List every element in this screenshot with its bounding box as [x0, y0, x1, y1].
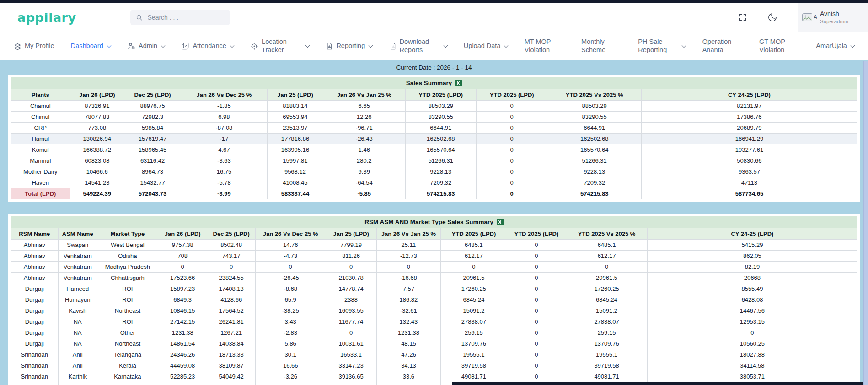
fullscreen-icon[interactable]	[738, 13, 747, 22]
table-cell: NA	[58, 316, 97, 327]
table-cell: 0	[376, 262, 441, 273]
nav-item-ph-sale-reporting[interactable]: PH Sale Reporting	[638, 38, 686, 54]
table-cell: 612.17	[441, 251, 507, 262]
table-cell: -17	[181, 134, 268, 144]
column-header: YTD 2025 Vs 2025 %	[547, 89, 641, 101]
table-cell: 862.05	[647, 251, 857, 262]
nav-item-my-profile[interactable]: My Profile	[14, 42, 54, 51]
column-header: CY 24-25 (LPD)	[641, 89, 857, 101]
search-box[interactable]	[130, 10, 230, 25]
table-cell: Durgaji	[11, 305, 59, 316]
vertical-scrollbar[interactable]	[863, 61, 868, 385]
table-cell: 0	[207, 262, 256, 273]
horizontal-scrollbar-thumb[interactable]	[452, 382, 863, 385]
column-header: Jan 26 (LPD)	[70, 89, 124, 101]
dark-mode-moon-icon[interactable]	[767, 12, 777, 22]
table-cell: 811.26	[326, 251, 376, 262]
table-cell: 0	[647, 327, 857, 338]
nav-item-admin[interactable]: Admin	[127, 42, 165, 50]
table-cell: 3.43	[255, 316, 326, 327]
table-cell: 65.9	[255, 294, 326, 305]
table-cell: 33147.23	[326, 360, 376, 371]
table-cell: -4.73	[255, 251, 326, 262]
excel-export-icon[interactable]	[455, 80, 462, 86]
table-cell: 33.6	[376, 371, 441, 382]
table-cell: 574215.83	[547, 188, 641, 199]
table-cell: 166388.72	[70, 144, 124, 155]
table-cell: 49081.71	[566, 371, 648, 382]
table-cell: 0	[507, 360, 566, 371]
table-cell: 17260.25	[441, 283, 507, 294]
nav-item-mt-mop-violation[interactable]: MT MOP Violation	[525, 38, 565, 54]
table-cell: 88503.29	[547, 101, 641, 112]
table-cell: 16.66	[255, 360, 326, 371]
table-cell: ROI	[97, 283, 158, 294]
table-cell: 14861.54	[158, 338, 207, 349]
nav-item-upload-data[interactable]: Upload Data	[464, 42, 508, 50]
table-cell: Mother Dairy	[11, 166, 70, 177]
nav-item-amarujala[interactable]: AmarUjala	[816, 42, 854, 50]
table-cell: 16533.1	[326, 349, 376, 360]
nav-item-label: MT MOP Violation	[525, 38, 565, 54]
table-cell: 51266.31	[547, 155, 641, 166]
table-cell: 17408.13	[207, 283, 256, 294]
table-cell: Abhinav	[11, 262, 59, 273]
header-row: RSM NameASM NameMarket TypeJan 26 (LPD)D…	[11, 228, 857, 240]
table-cell: 44459.08	[158, 360, 207, 371]
table-cell: 0	[477, 123, 547, 134]
table-cell: 72982.3	[124, 112, 181, 123]
nav-item-reporting[interactable]: Reporting	[326, 42, 372, 50]
nav-item-download-reports[interactable]: Download Reports	[389, 38, 447, 54]
table-cell: -8.68	[255, 283, 326, 294]
table-cell: 23513.97	[267, 123, 323, 134]
sales-summary-title: Sales Summary	[11, 77, 857, 89]
nav-item-label: GT MOP Violation	[759, 38, 799, 54]
nav-item-dashboard[interactable]: Dashboard	[71, 42, 111, 50]
column-header: Jan 26 Vs Dec 25 %	[181, 89, 268, 101]
table-cell: 26241.81	[207, 316, 256, 327]
table-cell: Hamul	[11, 134, 70, 144]
nav-item-gt-mop-violation[interactable]: GT MOP Violation	[759, 38, 799, 54]
main-nav: My ProfileDashboardAdminAttendanceLocati…	[0, 32, 868, 60]
table-cell: 34114.58	[647, 360, 857, 371]
table-cell: 17386.76	[641, 112, 857, 123]
table-cell: 7209.32	[547, 177, 641, 188]
table-cell: 1231.38	[158, 327, 207, 338]
table-cell: 20689.79	[641, 123, 857, 134]
table-cell: 0	[507, 251, 566, 262]
table-cell: 8555.49	[647, 283, 857, 294]
excel-export-icon[interactable]	[497, 219, 504, 225]
table-cell: 39719.58	[441, 360, 507, 371]
table-cell: 14541.23	[70, 177, 124, 188]
table-cell: 0	[507, 305, 566, 316]
table-cell: ROI	[97, 316, 158, 327]
search-input[interactable]	[147, 13, 225, 21]
nav-item-monthly-scheme[interactable]: Monthly Scheme	[581, 38, 622, 54]
nav-item-label: Upload Data	[464, 42, 501, 50]
table-cell: 12.26	[323, 112, 405, 123]
table-cell: 0	[477, 166, 547, 177]
column-header: Jan 26 Vs Jan 25 %	[323, 89, 405, 101]
table-cell: 0	[507, 316, 566, 327]
table-cell: 19555.1	[566, 349, 648, 360]
nav-item-attendance[interactable]: Attendance	[181, 42, 233, 50]
table-cell: 130826.94	[70, 134, 124, 144]
user-menu[interactable]: A Avnish Superadmin	[798, 3, 868, 32]
table-cell: 0	[477, 101, 547, 112]
chevron-down-icon	[161, 43, 166, 48]
table-cell: 17523.66	[158, 273, 207, 283]
table-cell: 14778.74	[326, 283, 376, 294]
table-cell: 0	[507, 371, 566, 382]
table-cell: 30.1	[255, 349, 326, 360]
nav-item-label: PH Sale Reporting	[638, 38, 678, 54]
nav-item-operation-ananta[interactable]: Operation Ananta	[702, 38, 743, 54]
nav-item-location-tracker[interactable]: Location Tracker	[250, 38, 309, 54]
column-header: YTD 2025 (LPD)	[507, 228, 566, 240]
table-cell: 63116.42	[124, 155, 181, 166]
table-cell: Durgaji	[11, 316, 59, 327]
table-cell: 1.46	[323, 144, 405, 155]
nav-item-label: Admin	[139, 42, 157, 50]
table-cell: 612.17	[566, 251, 648, 262]
table-cell: 6485.1	[566, 240, 648, 251]
table-cell: 15091.2	[441, 305, 507, 316]
